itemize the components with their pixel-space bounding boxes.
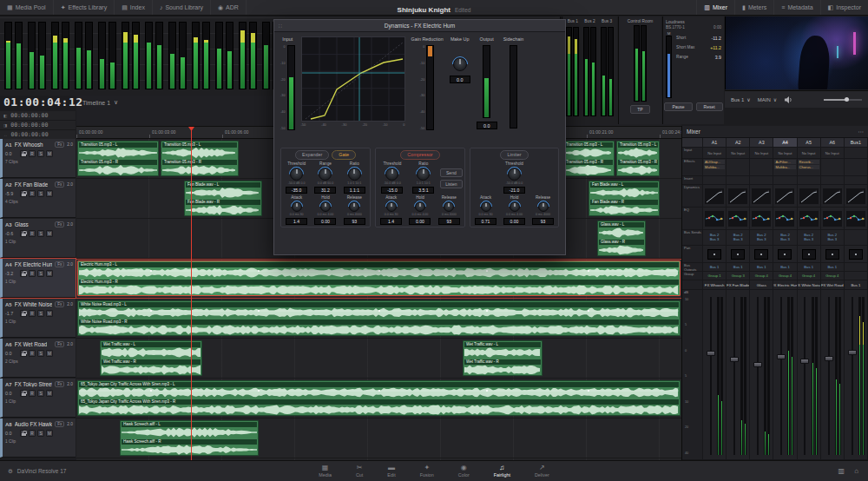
knob-dial[interactable] <box>444 201 454 212</box>
adr-button[interactable]: ◉ADR <box>211 0 247 15</box>
pan-control[interactable] <box>825 249 839 260</box>
lock-icon[interactable] <box>20 310 27 317</box>
track-arm-button[interactable]: R <box>29 430 36 437</box>
strip-dynamics[interactable] <box>727 185 749 208</box>
fx-badge[interactable]: Fx <box>55 341 64 347</box>
knob-dial[interactable] <box>415 201 425 212</box>
strip-pan[interactable] <box>845 246 867 263</box>
effect-plugin[interactable]: Chorus... <box>799 165 819 169</box>
lock-icon[interactable] <box>20 190 27 197</box>
knob-dial[interactable] <box>320 201 331 212</box>
track-solo-button[interactable]: S <box>37 190 44 197</box>
pan-control[interactable] <box>754 249 768 260</box>
fx-badge[interactable]: Fx <box>55 301 64 307</box>
fader-handle[interactable] <box>777 354 786 359</box>
speaker-icon[interactable] <box>784 96 793 104</box>
strip-insert[interactable] <box>845 176 867 185</box>
monitor-output-select[interactable]: MAIN ∨ <box>758 96 777 102</box>
knob-value[interactable]: -35.0 <box>286 187 307 194</box>
strip-output[interactable]: Bus 1 <box>727 263 749 272</box>
metadata-button[interactable]: ≡Metadata <box>773 0 819 15</box>
knob-value[interactable]: 1.1:1 <box>344 187 365 194</box>
strip-eq[interactable] <box>727 208 749 230</box>
inspector-button[interactable]: ◧Inspector <box>820 0 868 15</box>
loudness-pause-button[interactable]: Pause <box>664 102 692 111</box>
track-mute-button[interactable]: M <box>46 350 53 357</box>
track-arm-button[interactable]: R <box>29 190 36 197</box>
loudness-standard-select[interactable]: BS.1770-1 <box>666 25 685 30</box>
strip-eq[interactable] <box>798 208 820 230</box>
track-solo-button[interactable]: S <box>37 230 44 237</box>
knob-dial[interactable] <box>481 201 491 212</box>
page-edit[interactable]: ▬Edit <box>387 465 395 478</box>
mixer-strip-a4[interactable]: A4No InputAcFilter...Multiba...Bus 2Bus … <box>773 138 797 460</box>
volume-slider[interactable] <box>824 99 862 101</box>
knob-dial[interactable] <box>290 168 303 181</box>
knob-dial[interactable] <box>417 168 430 181</box>
track-header-a7[interactable]: A7FX Tokyo StreetFx2.00.0RSM1 Clip <box>0 379 76 418</box>
playhead[interactable] <box>191 127 192 460</box>
page-cut[interactable]: ✂Cut <box>356 465 363 478</box>
strip-insert[interactable] <box>773 176 796 185</box>
strip-eq[interactable] <box>821 208 844 230</box>
expander-tab[interactable]: Expander <box>295 150 329 160</box>
output-value[interactable]: 0.0 <box>477 122 497 129</box>
meters-button[interactable]: ▮Meters <box>734 0 773 15</box>
knob-value[interactable]: 93 <box>344 218 365 225</box>
strip-bus-sends[interactable]: Bus 2Bus 3 <box>703 230 726 246</box>
knob-release[interactable]: Release0 ms 400093 <box>435 195 464 225</box>
track-arm-button[interactable]: R <box>29 390 36 397</box>
strip-dynamics[interactable] <box>845 185 867 208</box>
mixer-strip-a5[interactable]: A5No InputReverb...Chorus...Bus 2Bus 3Bu… <box>798 138 821 460</box>
strip-output[interactable]: Bus 1 <box>703 263 726 272</box>
audio-clip[interactable]: Glass.wav - LGlass.wav - R <box>597 221 646 256</box>
strip-dynamics[interactable] <box>773 185 796 208</box>
knob-dial[interactable] <box>319 168 332 181</box>
track-arm-button[interactable]: R <box>29 230 36 237</box>
listen-button[interactable]: Listen <box>440 180 462 188</box>
strip-bus-sends[interactable] <box>845 230 867 246</box>
strip-output[interactable]: Bus 1 <box>750 263 773 272</box>
audio-clip[interactable]: Transition 05.mp3 - LTransition 05.mp3 -… <box>562 141 615 176</box>
pan-control[interactable] <box>849 249 863 260</box>
window-options-icon[interactable]: ∷ <box>279 23 282 29</box>
strip-eq[interactable] <box>703 208 726 230</box>
strip-fader[interactable] <box>773 290 796 460</box>
knob-hold[interactable]: Hold0.0 ms 4.000.00 <box>405 195 434 225</box>
effect-plugin[interactable]: Multiba... <box>774 165 795 169</box>
monitor-source-select[interactable]: TP <box>630 105 649 114</box>
strip-output[interactable]: Bus 1 <box>821 263 844 272</box>
track-solo-button[interactable]: S <box>37 150 44 157</box>
knob-dial[interactable] <box>349 201 359 212</box>
page-deliver[interactable]: ↗Deliver <box>535 465 549 478</box>
strip-input[interactable]: No Input <box>750 148 773 159</box>
knob-threshold[interactable]: Threshold-50.0 dB 0.0-15.0 <box>378 161 406 194</box>
knob-threshold[interactable]: Threshold-50.0 dB 0.0-35.0 <box>282 161 311 194</box>
audio-clip[interactable]: Transition 05.mp3 - LTransition 05.mp3 -… <box>616 141 660 176</box>
fx-badge[interactable]: Fx <box>55 421 64 427</box>
knob-value[interactable]: -21.0 <box>503 187 525 194</box>
fx-badge[interactable]: Fx <box>55 381 64 387</box>
pan-control[interactable] <box>731 249 745 260</box>
strip-effects[interactable] <box>821 159 844 176</box>
knob-attack[interactable]: Attack0.0 ms 301.4 <box>377 195 405 225</box>
strip-fader[interactable] <box>798 290 820 460</box>
loudness-reset-button[interactable]: Reset <box>696 102 723 111</box>
strip-effects[interactable]: AcFilter...Multiba... <box>773 159 796 176</box>
strip-bus-sends[interactable]: Bus 2Bus 3 <box>750 230 773 246</box>
knob-value[interactable]: 0.00 <box>409 218 431 225</box>
effects-library-button[interactable]: ✦Effects Library <box>54 0 115 15</box>
fader-handle[interactable] <box>753 362 762 367</box>
lock-icon[interactable] <box>20 390 27 397</box>
strip-effects[interactable]: Reverb...Chorus... <box>798 159 820 176</box>
knob-release[interactable]: Release0 ms 400093 <box>529 195 557 225</box>
knob-value[interactable]: 0.00 <box>503 218 525 225</box>
page-fairlight[interactable]: ♫Fairlight <box>494 465 510 478</box>
knob-dial[interactable] <box>386 201 397 212</box>
fx-badge[interactable]: Fx <box>55 261 64 267</box>
strip-pan[interactable] <box>821 246 844 263</box>
knob-value[interactable]: 31.2 <box>314 187 336 194</box>
strip-insert[interactable] <box>821 176 844 185</box>
track-header-a8[interactable]: A8Audio FX Hawk Sc..Fx2.00.0RSM1 Clip <box>0 418 76 458</box>
strip-effects[interactable] <box>845 159 867 176</box>
